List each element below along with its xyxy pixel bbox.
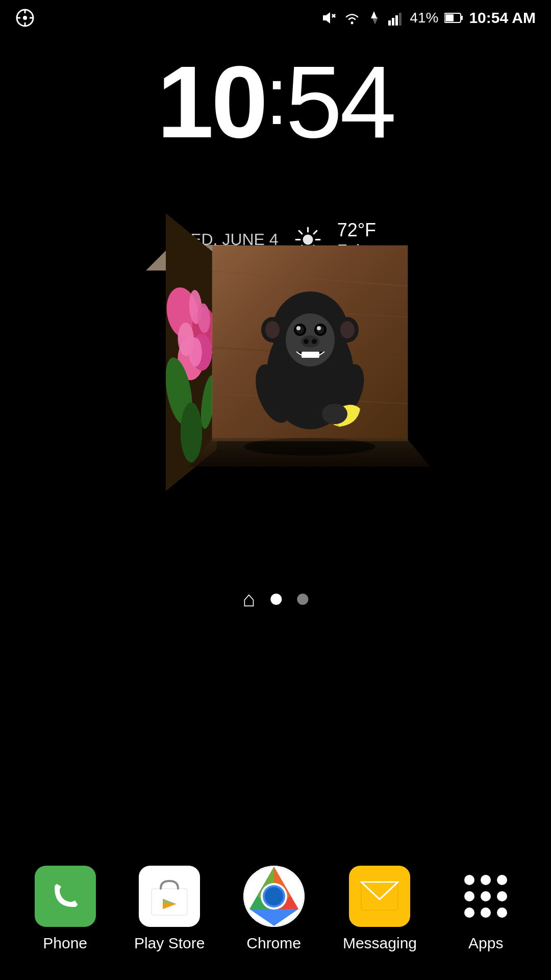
svg-rect-17 <box>461 16 463 20</box>
dock: Phone Play Store <box>0 847 551 980</box>
svg-rect-18 <box>445 14 454 21</box>
svg-point-59 <box>312 339 317 344</box>
monkey-svg <box>212 246 408 442</box>
cube-3d <box>145 245 406 490</box>
svg-point-78 <box>265 887 283 905</box>
clock-hours: 10 <box>157 45 265 159</box>
svg-marker-11 <box>372 17 378 24</box>
phone-label: Phone <box>43 935 87 952</box>
svg-point-1 <box>23 16 27 20</box>
dock-item-messaging[interactable]: Messaging <box>343 866 417 952</box>
svg-point-55 <box>296 326 300 330</box>
data-icon <box>367 9 382 27</box>
dock-item-playstore[interactable]: Play Store <box>134 866 205 952</box>
svg-point-84 <box>464 875 474 885</box>
messaging-svg <box>359 878 400 915</box>
svg-point-88 <box>481 891 491 901</box>
svg-line-26 <box>314 231 317 234</box>
svg-point-92 <box>497 908 507 918</box>
home-page-icon[interactable]: ⌂ <box>242 587 255 611</box>
svg-point-85 <box>481 875 491 885</box>
playstore-label: Play Store <box>134 935 205 952</box>
cube-bottom-svg <box>189 438 430 467</box>
status-time: 10:54 AM <box>469 9 536 27</box>
clock-display: 10:54 <box>0 51 551 153</box>
battery-icon <box>444 12 463 23</box>
weather-temp: 72°F <box>337 219 376 241</box>
apps-label: Apps <box>468 935 503 952</box>
page-indicators: ⌂ <box>242 587 308 611</box>
svg-marker-6 <box>323 12 330 23</box>
phone-svg <box>47 878 84 915</box>
mute-icon <box>320 9 337 27</box>
phone-icon <box>35 866 96 927</box>
svg-rect-15 <box>399 13 402 26</box>
svg-point-86 <box>497 875 507 885</box>
status-bar: 41% 10:54 AM <box>0 0 551 36</box>
playstore-icon <box>139 866 200 927</box>
dock-item-chrome[interactable]: Chrome <box>243 866 305 952</box>
wifi-icon <box>343 9 361 27</box>
status-left <box>15 8 35 28</box>
svg-point-56 <box>317 326 321 330</box>
svg-rect-60 <box>302 352 319 358</box>
dock-item-apps[interactable]: Apps <box>455 866 516 952</box>
cube-widget <box>138 245 413 500</box>
svg-point-89 <box>497 891 507 901</box>
messaging-icon <box>349 866 410 927</box>
cube-front-face <box>212 245 408 442</box>
svg-point-64 <box>340 321 355 338</box>
messaging-label: Messaging <box>343 935 417 952</box>
location-icon <box>15 8 35 28</box>
apps-grid-svg <box>460 871 511 922</box>
playstore-svg <box>146 873 192 919</box>
chrome-label: Chrome <box>246 935 301 952</box>
clock-minutes: 54 <box>286 45 394 159</box>
page-dot-2[interactable] <box>297 594 309 605</box>
svg-point-66 <box>322 404 347 424</box>
svg-point-63 <box>265 321 280 338</box>
svg-rect-14 <box>395 15 398 26</box>
page-dot-1[interactable] <box>271 594 282 605</box>
svg-point-90 <box>464 908 474 918</box>
svg-marker-10 <box>371 11 377 18</box>
battery-percent: 41% <box>410 10 438 26</box>
dock-item-phone[interactable]: Phone <box>35 866 96 952</box>
signal-icon <box>388 10 404 26</box>
svg-point-19 <box>303 235 313 245</box>
clock-colon: : <box>265 50 285 141</box>
svg-rect-13 <box>392 18 394 26</box>
svg-point-91 <box>481 908 491 918</box>
svg-rect-12 <box>388 20 391 26</box>
svg-point-9 <box>351 22 354 24</box>
apps-icon <box>455 866 516 927</box>
clock-widget: 10:54 <box>0 51 551 153</box>
svg-point-87 <box>464 891 474 901</box>
cube-bottom-face <box>189 438 430 467</box>
status-right: 41% 10:54 AM <box>320 9 536 27</box>
svg-point-58 <box>304 339 309 344</box>
svg-line-24 <box>299 231 302 234</box>
chrome-svg <box>243 866 305 927</box>
chrome-icon <box>243 866 305 927</box>
